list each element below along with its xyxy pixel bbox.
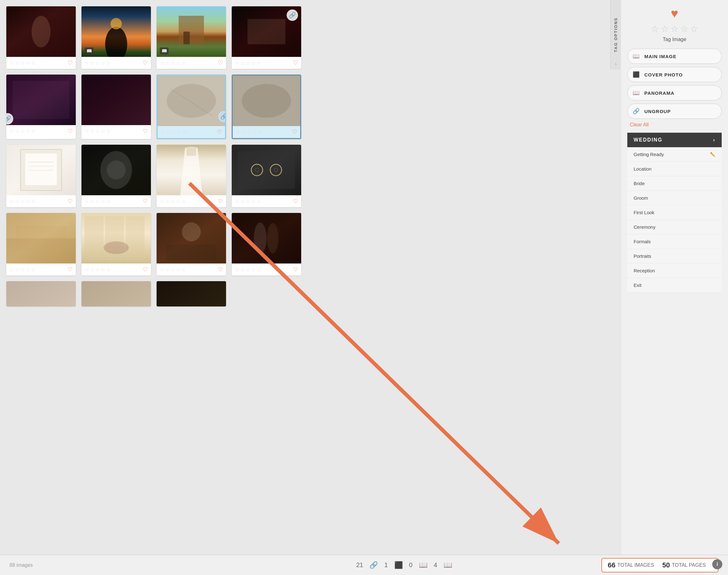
svg-rect-8	[81, 74, 151, 125]
photo-image-13	[6, 213, 76, 264]
number3-status: 4	[434, 562, 437, 569]
stars-9[interactable]: ☆☆☆☆☆	[9, 198, 35, 204]
heart-9[interactable]: ♡	[68, 198, 73, 205]
wedding-item-first-look[interactable]: First Look	[627, 205, 722, 220]
wedding-item-exit[interactable]: Exit	[627, 278, 722, 293]
heart-7[interactable]: ♡	[217, 129, 222, 136]
photo-bottom-11: ☆☆☆☆☆ ♡	[156, 195, 226, 207]
stars-11[interactable]: ☆☆☆☆☆	[160, 198, 186, 204]
main-image-button[interactable]: 📖 MAIN IMAGE	[627, 49, 722, 64]
stars-15[interactable]: ☆☆☆☆☆	[160, 267, 186, 273]
svg-rect-32	[166, 244, 217, 260]
stars-1[interactable]: ☆☆☆☆☆	[9, 60, 35, 66]
wedding-header[interactable]: WEDDING ›	[627, 133, 722, 147]
cover-photo-button[interactable]: ⬛ COVER PHOTO	[627, 67, 722, 82]
heart-15[interactable]: ♡	[218, 266, 223, 273]
photo-card-19[interactable]	[156, 281, 226, 306]
photo-card-8[interactable]: ☆☆☆☆☆ ♡	[232, 74, 301, 139]
wedding-item-bride[interactable]: Bride	[627, 176, 722, 191]
photo-bottom-12: ☆☆☆☆☆ ♡	[232, 195, 301, 207]
photo-bottom-16: ☆☆☆☆☆ ♡	[232, 264, 301, 275]
photo-image-10	[81, 145, 151, 195]
photo-card-7[interactable]: 🔗 ☆☆☆☆☆ ♡	[156, 74, 226, 139]
svg-rect-26	[16, 226, 66, 251]
photo-card-1[interactable]: ☆☆☆☆☆ ♡	[6, 6, 76, 69]
photo-image-12	[232, 145, 301, 195]
heart-11[interactable]: ♡	[218, 198, 223, 205]
heart-4[interactable]: ♡	[293, 59, 298, 66]
stars-4[interactable]: ☆☆☆☆☆	[235, 60, 261, 66]
wedding-item-portraits[interactable]: Portraits	[627, 249, 722, 264]
stars-12[interactable]: ☆☆☆☆☆	[235, 198, 261, 204]
wedding-item-getting-ready[interactable]: Getting Ready ✏️	[627, 147, 722, 162]
stars-5[interactable]: ☆☆☆☆☆	[9, 128, 35, 134]
heart-14[interactable]: ♡	[143, 266, 148, 273]
stars-6[interactable]: ☆☆☆☆☆	[84, 128, 110, 134]
book-overlay-3: 📖	[160, 47, 169, 54]
heart-10[interactable]: ♡	[143, 198, 148, 205]
photo-card-17[interactable]	[6, 281, 76, 306]
stars-13[interactable]: ☆☆☆☆☆	[9, 267, 35, 273]
photo-card-5[interactable]: 🔗 ☆☆☆☆☆ ♡	[6, 74, 76, 139]
photo-card-16[interactable]: ☆☆☆☆☆ ♡	[232, 213, 301, 275]
photo-card-2[interactable]: 📖 ☆☆☆☆☆ ♡	[81, 6, 151, 69]
stars-3[interactable]: ☆☆☆☆☆	[160, 60, 186, 66]
tag-options-chevron: ›	[615, 61, 617, 66]
photo-card-14[interactable]: ☆☆☆☆☆ ♡	[81, 213, 151, 275]
ungroup-button[interactable]: 🔗 UNGROUP	[627, 104, 722, 119]
heart-2[interactable]: ♡	[143, 59, 148, 66]
photo-card-3[interactable]: 📖 ☆☆☆☆☆ ♡	[156, 6, 226, 69]
info-icon[interactable]: i	[712, 559, 722, 569]
stars-14[interactable]: ☆☆☆☆☆	[84, 267, 110, 273]
svg-rect-4	[179, 16, 204, 44]
square-icon-status: ⬛	[394, 561, 403, 569]
heart-1[interactable]: ♡	[68, 59, 73, 66]
wedding-label: WEDDING	[633, 137, 662, 143]
photo-card-15[interactable]: ☆☆☆☆☆ ♡	[156, 213, 226, 275]
stars-10[interactable]: ☆☆☆☆☆	[84, 198, 110, 204]
wedding-item-formals[interactable]: Formals	[627, 234, 722, 249]
heart-5[interactable]: ♡	[68, 128, 73, 135]
stars-16[interactable]: ☆☆☆☆☆	[235, 267, 261, 273]
number2-status: 0	[409, 562, 413, 569]
photo-card-18[interactable]	[81, 281, 151, 306]
link-icon-status[interactable]: 🔗	[369, 561, 378, 569]
photo-card-11[interactable]: ☆☆☆☆☆ ♡	[156, 145, 226, 207]
stars-8[interactable]: ☆☆☆☆☆	[236, 129, 262, 135]
stars-7[interactable]: ☆☆☆☆☆	[161, 129, 187, 135]
tag-options-tab[interactable]: TAG OPTIONS ›	[610, 0, 621, 69]
heart-8[interactable]: ♡	[292, 129, 297, 136]
wedding-item-reception[interactable]: Reception	[627, 264, 722, 278]
heart-13[interactable]: ♡	[68, 266, 73, 273]
photo-image-14	[81, 213, 151, 264]
photo-card-13[interactable]: ☆☆☆☆☆ ♡	[6, 213, 76, 275]
photo-grid-area: ☆☆☆☆☆ ♡ 📖 ☆☆☆☆☆ ♡	[0, 0, 621, 575]
heart-3[interactable]: ♡	[218, 59, 223, 66]
photo-image-1	[6, 6, 76, 57]
wedding-item-location[interactable]: Location	[627, 162, 722, 176]
heart-16[interactable]: ♡	[293, 266, 298, 273]
photo-card-12[interactable]: ☆☆☆☆☆ ♡	[232, 145, 301, 207]
heart-12[interactable]: ♡	[293, 198, 298, 205]
heart-icon-large[interactable]: ♥	[671, 6, 679, 21]
wedding-chevron: ›	[713, 137, 715, 143]
photo-card-9[interactable]: ☆☆☆☆☆ ♡	[6, 145, 76, 207]
stars-2[interactable]: ☆☆☆☆☆	[84, 60, 110, 66]
panorama-button[interactable]: 📖 PANORAMA	[627, 85, 722, 100]
clear-all-link[interactable]: Clear All	[630, 122, 649, 128]
photo-card-4[interactable]: 🔗 ☆☆☆☆☆ ♡	[232, 6, 301, 69]
heart-6[interactable]: ♡	[143, 128, 148, 135]
photo-card-6[interactable]: ☆☆☆☆☆ ♡	[81, 74, 151, 139]
link-icon-4[interactable]: 🔗	[287, 9, 298, 21]
svg-rect-13	[25, 154, 57, 185]
photo-image-17	[6, 281, 76, 306]
edit-icon-getting-ready[interactable]: ✏️	[710, 152, 715, 157]
photo-bottom-6: ☆☆☆☆☆ ♡	[81, 125, 151, 137]
svg-rect-27	[84, 216, 104, 260]
wedding-item-groom[interactable]: Groom	[627, 191, 722, 205]
stars-rating[interactable]: ☆ ☆ ☆ ☆ ☆	[651, 24, 698, 34]
photo-image-6	[81, 74, 151, 125]
photo-card-10[interactable]: ☆☆☆☆☆ ♡	[81, 145, 151, 207]
wedding-item-ceremony[interactable]: Ceremony	[627, 220, 722, 234]
svg-point-34	[267, 223, 279, 253]
